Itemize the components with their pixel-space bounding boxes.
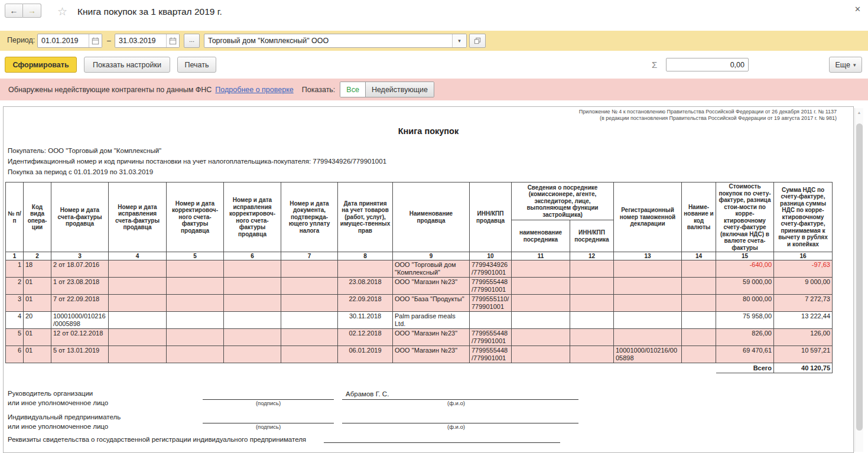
table-cell[interactable] [281,295,338,312]
table-cell[interactable] [512,295,570,312]
table-row[interactable]: 6015 от 13.01.201906.01.2019ООО "Магазин… [6,346,833,363]
table-cell[interactable] [167,260,224,278]
table-cell[interactable]: 7799434926/779901001 [470,260,512,278]
sum-input[interactable] [666,58,749,71]
table-cell[interactable] [470,312,512,329]
table-cell[interactable]: 826,00 [716,329,774,346]
table-cell[interactable]: 01 [24,346,51,363]
more-button[interactable]: Еще ▾ [829,57,862,73]
table-cell[interactable] [167,346,224,363]
table-cell[interactable]: -640,00 [716,260,774,278]
table-cell[interactable] [109,278,167,295]
table-cell[interactable] [682,278,716,295]
filter-all-button[interactable]: Все [340,82,366,97]
table-cell[interactable]: 7 от 22.09.2018 [51,295,109,312]
table-cell[interactable] [109,260,167,278]
total-value[interactable]: 40 120,75 [774,363,833,373]
table-cell[interactable] [682,329,716,346]
table-cell[interactable] [224,295,281,312]
table-cell[interactable]: 7799555448/779901001 [470,278,512,295]
close-icon[interactable]: ✕ [854,5,861,14]
period-more-button[interactable]: ... [184,34,200,48]
table-cell[interactable]: 06.01.2019 [338,346,393,363]
table-cell[interactable] [167,329,224,346]
back-button[interactable]: ← [5,4,23,18]
table-cell[interactable]: ООО "Магазин №23" [393,278,470,295]
table-cell[interactable]: 2 от 18.07.2016 [51,260,109,278]
table-cell[interactable] [109,346,167,363]
table-cell[interactable] [682,260,716,278]
date-to-input[interactable] [115,37,166,45]
table-row[interactable]: 2011 от 23.08.201823.08.2018ООО "Магазин… [6,278,833,295]
table-cell[interactable] [224,312,281,329]
table-cell[interactable] [167,312,224,329]
table-cell[interactable] [614,260,682,278]
table-cell[interactable]: 1 [6,260,24,278]
table-cell[interactable]: 9 000,00 [774,278,833,295]
table-cell[interactable] [281,260,338,278]
table-cell[interactable]: 4 [6,312,24,329]
table-row[interactable]: 3017 от 22.09.201822.09.2018ООО "База "П… [6,295,833,312]
table-cell[interactable] [614,329,682,346]
favorite-star-icon[interactable]: ☆ [57,5,67,18]
table-cell[interactable]: 80 000,00 [716,295,774,312]
table-cell[interactable]: 18 [24,260,51,278]
table-cell[interactable] [512,346,570,363]
table-cell[interactable] [281,278,338,295]
table-cell[interactable] [512,312,570,329]
scrollbar-thumb[interactable] [856,123,863,431]
table-cell[interactable]: 10 597,21 [774,346,833,363]
scroll-up-icon[interactable]: ▲ [855,108,863,116]
table-cell[interactable]: 01 [24,295,51,312]
table-row[interactable]: 42010001000/010216/000589830.11.2018Palm… [6,312,833,329]
table-row[interactable]: 1182 от 18.07.2016ООО "Торговый дом "Ком… [6,260,833,278]
notice-details-link[interactable]: Подробнее о проверке [215,86,293,94]
table-cell[interactable] [512,278,570,295]
table-cell[interactable]: 23.08.2018 [338,278,393,295]
table-cell[interactable]: 01 [24,329,51,346]
table-cell[interactable] [109,329,167,346]
table-cell[interactable] [109,295,167,312]
table-cell[interactable] [224,260,281,278]
open-organization-button[interactable] [469,34,486,48]
table-cell[interactable] [281,329,338,346]
calendar-icon[interactable] [89,34,102,47]
table-cell[interactable]: 59 000,00 [716,278,774,295]
generate-button[interactable]: Сформировать [5,57,77,73]
table-cell[interactable] [570,278,614,295]
table-cell[interactable] [570,260,614,278]
organization-combobox[interactable]: Торговый дом "Комплексный" ООО ▾ [204,34,467,48]
table-cell[interactable]: 7799555110/779901001 [470,295,512,312]
table-cell[interactable] [224,278,281,295]
table-cell[interactable]: 5 [6,329,24,346]
table-cell[interactable]: 3 [6,295,24,312]
table-cell[interactable] [614,295,682,312]
vertical-scrollbar[interactable]: ▲ [854,108,863,452]
table-cell[interactable]: Palm paradise meals Ltd. [393,312,470,329]
table-cell[interactable] [224,346,281,363]
table-cell[interactable] [570,295,614,312]
table-cell[interactable] [281,312,338,329]
table-cell[interactable]: ООО "Магазин №23" [393,329,470,346]
filter-inactive-button[interactable]: Недействующие [366,82,434,97]
table-cell[interactable] [167,295,224,312]
date-from-input[interactable] [38,37,89,45]
table-cell[interactable]: 1 от 23.08.2018 [51,278,109,295]
table-cell[interactable] [281,346,338,363]
chevron-down-icon[interactable]: ▾ [452,34,466,47]
table-cell[interactable]: 6 [6,346,24,363]
table-cell[interactable] [338,260,393,278]
table-cell[interactable]: 75 958,00 [716,312,774,329]
table-cell[interactable] [570,346,614,363]
table-cell[interactable] [224,329,281,346]
forward-button[interactable]: → [23,4,41,18]
table-cell[interactable]: 2 [6,278,24,295]
table-cell[interactable] [109,312,167,329]
table-cell[interactable]: 20 [24,312,51,329]
table-cell[interactable]: 10001000/010216/0005898 [614,346,682,363]
table-cell[interactable] [167,278,224,295]
table-cell[interactable]: 69 470,61 [716,346,774,363]
table-cell[interactable] [682,295,716,312]
table-cell[interactable]: 5 от 13.01.2019 [51,346,109,363]
table-cell[interactable] [614,312,682,329]
